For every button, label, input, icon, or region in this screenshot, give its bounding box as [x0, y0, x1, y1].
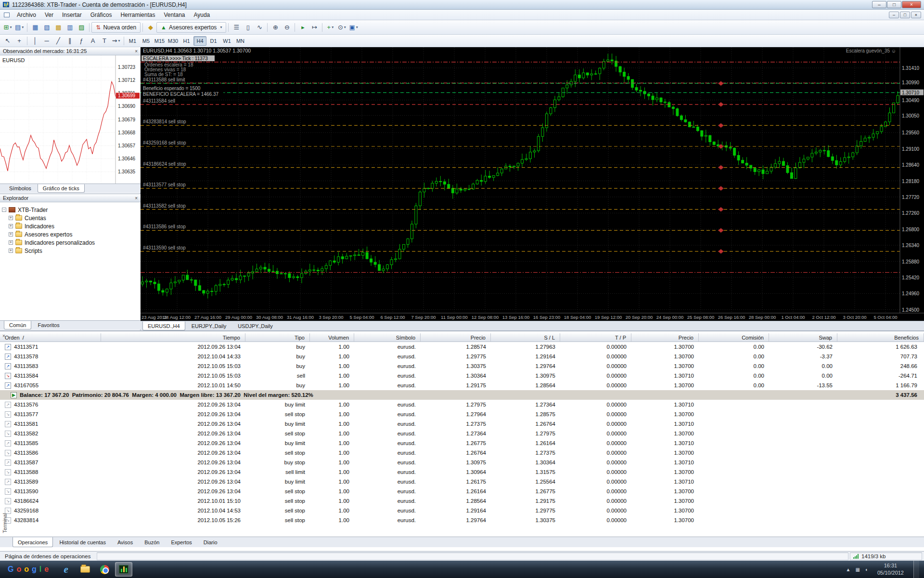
expand-icon[interactable]: +: [9, 224, 13, 228]
terminal-tab-avisos[interactable]: Avisos: [112, 537, 138, 547]
tick-chart[interactable]: 1.307231.307121.307011.306901.306791.306…: [0, 55, 141, 184]
expert-advisors-button[interactable]: ▲Asesores expertos▾: [156, 22, 226, 33]
maximize-button[interactable]: □: [887, 1, 901, 8]
terminal-tab-diario[interactable]: Diario: [198, 537, 223, 547]
column-header-precio[interactable]: Precio: [421, 333, 491, 342]
table-row[interactable]: ↗431135832012.10.05 15:03buy1.00eurusd.1…: [0, 361, 924, 371]
timeframe-mn[interactable]: MN: [234, 36, 247, 46]
periods-button[interactable]: ⊙▾: [336, 22, 347, 33]
column-header-tipo[interactable]: Tipo: [245, 333, 310, 342]
navigator-close-icon[interactable]: ×: [135, 196, 138, 201]
column-header-volumen[interactable]: Volumen: [310, 333, 354, 342]
crosshair-tool[interactable]: +: [13, 36, 25, 46]
table-row[interactable]: ↘431135902012.09.26 13:04sell stop1.00eu…: [0, 486, 924, 496]
navigator-tab-com-n[interactable]: Común: [4, 321, 31, 329]
collapse-icon[interactable]: -: [2, 208, 6, 212]
vertical-line-tool[interactable]: │: [29, 36, 41, 46]
terminal-tab-buz-n[interactable]: Buzón: [139, 537, 165, 547]
taskbar-mt4-button[interactable]: [115, 562, 132, 577]
market-watch-tab-gr-fico-de-ticks[interactable]: Gráfico de ticks: [38, 184, 85, 193]
terminal-tab-expertos[interactable]: Expertos: [166, 537, 197, 547]
market-watch-toggle[interactable]: ▦: [29, 22, 41, 33]
channel-tool[interactable]: ∥: [64, 36, 76, 46]
column-header-orden[interactable]: Orden /: [0, 333, 101, 342]
indicators-button[interactable]: +▾: [324, 22, 336, 33]
table-row[interactable]: ↗431135812012.09.26 13:04buy limit1.00eu…: [0, 419, 924, 429]
data-window-toggle[interactable]: ▧: [41, 22, 52, 33]
timeframe-m15[interactable]: M15: [153, 36, 166, 46]
table-row[interactable]: ↗431135712012.09.26 13:04buy1.00eurusd.1…: [0, 342, 924, 352]
table-row[interactable]: ↘432838142012.10.05 15:26sell stop1.00eu…: [0, 515, 924, 525]
market-watch-tab-s-mbolos[interactable]: Símbolos: [4, 184, 37, 193]
taskbar-ie-button[interactable]: e: [57, 562, 75, 577]
fibonacci-tool[interactable]: ƒ: [76, 36, 87, 46]
timeframe-h1[interactable]: H1: [180, 36, 193, 46]
tray-network-icon[interactable]: ▦: [855, 567, 860, 572]
column-header-precio[interactable]: Precio: [631, 333, 699, 342]
column-header-swap[interactable]: Swap: [769, 333, 837, 342]
start-button[interactable]: Google: [0, 561, 56, 578]
menu-ayuda[interactable]: Ayuda: [189, 10, 214, 20]
tray-chevron-icon[interactable]: ▲: [846, 567, 851, 572]
market-watch-close-icon[interactable]: ×: [135, 49, 138, 54]
terminal-close-icon[interactable]: ×: [2, 333, 5, 339]
show-desktop-button[interactable]: [913, 561, 919, 578]
new-order-button[interactable]: ⇅Nueva orden: [91, 22, 141, 33]
navigator-item-indicadores-personalizados[interactable]: + Indicadores personalizados: [9, 239, 139, 246]
trendline-tool[interactable]: ╱: [52, 36, 64, 46]
close-button[interactable]: ×: [902, 1, 921, 8]
menu-herramientas[interactable]: Herramientas: [116, 10, 159, 20]
tray-volume-icon[interactable]: ◖: [865, 567, 868, 572]
table-row[interactable]: ↗431670552012.10.01 14:50buy1.00eurusd.1…: [0, 381, 924, 390]
mdi-minimize-button[interactable]: –: [889, 12, 899, 18]
auto-scroll-toggle[interactable]: ▸: [297, 22, 308, 33]
text-label-tool[interactable]: T: [99, 36, 110, 46]
expand-icon[interactable]: +: [9, 249, 13, 253]
arrows-tool[interactable]: ⇝▾: [110, 36, 122, 46]
column-header-t-p[interactable]: T / P: [560, 333, 631, 342]
table-row[interactable]: ↘431135862012.09.26 13:04sell stop1.00eu…: [0, 448, 924, 458]
timeframe-d1[interactable]: D1: [207, 36, 220, 46]
terminal-toggle[interactable]: ▥: [64, 22, 76, 33]
column-header-tiempo[interactable]: Tiempo: [101, 333, 245, 342]
chart-tab-eurjpy-daily[interactable]: EURJPY.,Daily: [186, 321, 232, 330]
candlestick-button[interactable]: ▯: [242, 22, 254, 33]
taskbar-chrome-button[interactable]: [96, 562, 113, 577]
terminal-tab-operaciones[interactable]: Operaciones: [13, 537, 53, 547]
menu-ver[interactable]: Ver: [40, 10, 58, 20]
taskbar-clock[interactable]: 16:31 05/10/2012: [873, 562, 909, 577]
timeframe-m1[interactable]: M1: [126, 36, 139, 46]
table-row[interactable]: ↘432591682012.10.04 14:53sell stop1.00eu…: [0, 506, 924, 515]
strategy-tester-toggle[interactable]: ▨: [76, 22, 87, 33]
menu-insertar[interactable]: Insertar: [58, 10, 86, 20]
menu-archivo[interactable]: Archivo: [13, 10, 40, 20]
navigator-item-scripts[interactable]: + Scripts: [9, 247, 139, 254]
templates-button[interactable]: ▣▾: [347, 22, 359, 33]
main-chart[interactable]: #43113588 sell limit#43113584 sell#43283…: [141, 47, 924, 321]
column-header-s-mbolo[interactable]: Símbolo: [354, 333, 421, 342]
chart-tab-eurusd-h4[interactable]: EURUSD.,H4: [142, 321, 185, 330]
mdi-restore-button[interactable]: □: [900, 12, 910, 18]
table-row[interactable]: ↗431135892012.09.26 13:04buy limit1.00eu…: [0, 477, 924, 486]
column-header-comisi-n[interactable]: Comisión: [699, 333, 769, 342]
navigator-item-cuentas[interactable]: + Cuentas: [9, 214, 139, 222]
navigator-toggle[interactable]: ▩: [52, 22, 64, 33]
timeframe-m5[interactable]: M5: [140, 36, 153, 46]
navigator-item-indicadores[interactable]: + Indicadores: [9, 223, 139, 230]
expand-icon[interactable]: +: [9, 216, 13, 220]
menu-gr-ficos[interactable]: Gráficos: [86, 10, 116, 20]
table-row[interactable]: ↗431135782012.10.04 14:33buy1.00eurusd.1…: [0, 352, 924, 361]
table-row[interactable]: ↘431135822012.09.26 13:04sell stop1.00eu…: [0, 429, 924, 438]
navigator-tab-favoritos[interactable]: Favoritos: [32, 321, 64, 329]
table-row[interactable]: ↗431135852012.09.26 13:04buy limit1.00eu…: [0, 438, 924, 448]
text-tool[interactable]: A: [87, 36, 99, 46]
bar-chart-button[interactable]: ☰: [231, 22, 242, 33]
navigator-item-root[interactable]: - XTB-Trader: [2, 206, 139, 213]
table-row[interactable]: ↘431135882012.09.26 13:04sell limit1.00e…: [0, 467, 924, 477]
table-row[interactable]: ↗431135872012.09.26 13:04buy stop1.00eur…: [0, 458, 924, 467]
metaeditor-button[interactable]: ◆: [145, 22, 156, 33]
zoom-out-button[interactable]: ⊖: [281, 22, 293, 33]
column-header-beneficios[interactable]: Beneficios: [837, 333, 924, 342]
line-chart-button[interactable]: ∿: [254, 22, 265, 33]
timeframe-h4[interactable]: H4: [193, 36, 206, 46]
